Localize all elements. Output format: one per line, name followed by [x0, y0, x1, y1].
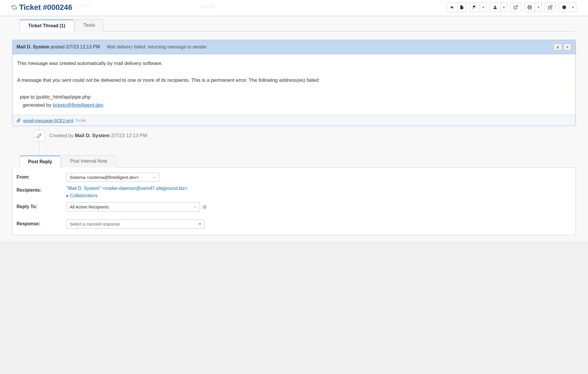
collaborators-link[interactable]: ▸ Collaborators: [66, 193, 98, 198]
ghost-time-text: 13 AM: [77, 3, 90, 9]
poster-name: Mail D. System: [17, 44, 49, 49]
timeline-text: Created by Mail D. System 2/7/23 12:13 P…: [49, 133, 147, 139]
help-icon[interactable]: [202, 205, 207, 209]
from-select[interactable]: Sistema <sistema@fintelligent.dev>: [66, 173, 159, 182]
refresh-icon[interactable]: [12, 5, 17, 10]
reply-to-label: Reply To:: [17, 202, 66, 209]
tab-thread[interactable]: Ticket Thread (1): [20, 19, 74, 32]
entry-subject: Mail delivery failed: returning message …: [107, 44, 207, 50]
transfer-button[interactable]: [510, 2, 521, 12]
user-button[interactable]: [490, 2, 501, 12]
user-dropdown[interactable]: ▼: [501, 2, 507, 12]
canned-response-select[interactable]: Select a canned response ▼: [66, 219, 205, 228]
timeline-creator: Mail D. System: [75, 133, 110, 138]
print-button[interactable]: [524, 2, 535, 12]
recipients-label: Recipients:: [17, 186, 66, 193]
main-tabs: Ticket Thread (1) Tasks: [20, 19, 576, 32]
settings-dropdown[interactable]: ▼: [570, 2, 576, 12]
response-label: Response:: [17, 219, 66, 226]
body-pipe: pipe to |public_html/api/pipe.php: [17, 93, 571, 101]
body-gen: generated by tickets@fintelligent.dev: [17, 101, 571, 110]
reply-tabs: Post Reply Post Internal Note: [20, 155, 576, 168]
entry-body: This message was created automatically b…: [12, 54, 576, 115]
body-line1: This message was created automatically b…: [17, 59, 571, 68]
timeline-event-created: Created by Mail D. System 2/7/23 12:13 P…: [34, 130, 576, 141]
attachment-link[interactable]: email-message-5CE2.eml: [23, 118, 73, 123]
paperclip-icon: [17, 118, 21, 123]
wand-icon: [34, 130, 45, 141]
reply-panel: From: Sistema <sistema@fintelligent.dev>…: [12, 168, 576, 235]
edit-button[interactable]: [545, 2, 556, 12]
svg-rect-1: [529, 8, 531, 9]
ghost-last-text: Last R: [200, 4, 214, 9]
note-button[interactable]: [458, 2, 466, 12]
chevron-down-icon: [153, 176, 156, 179]
timeline-time: 2/7/23 12:13 PM: [110, 133, 147, 138]
toolbar: ▼ ▼ ▼: [447, 2, 576, 12]
svg-point-0: [495, 6, 496, 7]
poster-line: Mail D. System posted 2/7/23 12:13 PM: [17, 44, 100, 50]
caret-down-icon: ▼: [199, 222, 201, 226]
ticket-header: Ticket #000246 13 AM Last R ▼: [0, 0, 588, 16]
timeline: Created by Mail D. System 2/7/23 12:13 P…: [39, 126, 576, 155]
tab-tasks[interactable]: Tasks: [75, 19, 104, 32]
svg-point-5: [204, 208, 205, 208]
entry-more-dropdown[interactable]: ▼: [563, 43, 571, 50]
svg-point-3: [557, 46, 558, 47]
attachment-size: 3.4 kb: [76, 118, 86, 123]
tab-post-reply[interactable]: Post Reply: [20, 155, 61, 168]
caret-right-icon: ▸: [66, 193, 69, 198]
generated-by-email-link[interactable]: tickets@fintelligent.dev: [53, 102, 103, 108]
flag-dropdown[interactable]: ▼: [480, 2, 487, 12]
recipients-value: "Mail D. System" <mailer-daemon@usm47.si…: [66, 186, 571, 191]
print-dropdown[interactable]: ▼: [535, 2, 542, 12]
thread-entry: Mail D. System posted 2/7/23 12:13 PM Ma…: [12, 40, 576, 126]
from-label: From:: [17, 173, 66, 180]
tab-post-note[interactable]: Post Internal Note: [62, 155, 116, 168]
body-line2: A message that you sent could not be del…: [17, 76, 571, 85]
entry-header: Mail D. System posted 2/7/23 12:13 PM Ma…: [12, 40, 576, 54]
entry-user-button[interactable]: [553, 43, 562, 50]
reply-to-select[interactable]: All Active Recipients: [66, 202, 200, 211]
flag-button[interactable]: [469, 2, 480, 12]
reply-button[interactable]: [447, 2, 458, 12]
posted-text: posted 2/7/23 12:13 PM: [49, 44, 100, 49]
attachment-bar: email-message-5CE2.eml 3.4 kb: [12, 115, 576, 126]
settings-button[interactable]: [559, 2, 570, 12]
chevron-down-icon: [193, 205, 197, 209]
page-title: Ticket #000246: [19, 3, 72, 12]
